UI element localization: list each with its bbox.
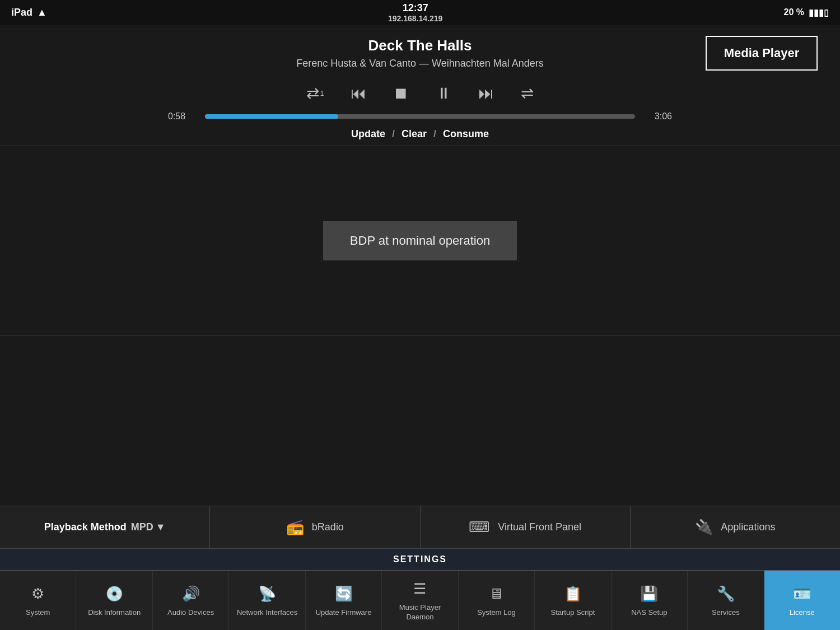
nav-item-system[interactable]: ⚙ System <box>0 571 76 630</box>
device-label: iPad <box>11 7 32 18</box>
nav-item-nas-setup[interactable]: 💾 NAS Setup <box>612 571 688 630</box>
stop-icon: ⏹ <box>393 84 409 102</box>
sep2: / <box>433 128 436 140</box>
nav-item-network-interfaces[interactable]: 📡 Network Interfaces <box>229 571 305 630</box>
main-content: BDP at nominal operation <box>0 146 840 336</box>
license-icon: 🪪 <box>793 585 811 604</box>
nas-setup-icon: 💾 <box>640 585 658 604</box>
stop-button[interactable]: ⏹ <box>389 82 413 105</box>
update-firmware-icon: 🔄 <box>335 585 353 604</box>
plug-icon: 🔌 <box>695 519 713 536</box>
progress-fill <box>205 114 338 119</box>
battery-label: 20 % <box>784 7 804 17</box>
nav-item-license[interactable]: 🪪 License <box>764 571 840 630</box>
services-icon: 🔧 <box>717 585 735 604</box>
clear-link[interactable]: Clear <box>402 128 427 140</box>
disk-information-icon: 💿 <box>105 585 123 604</box>
nas-setup-label: NAS Setup <box>631 608 667 618</box>
total-time: 3:06 <box>644 111 672 122</box>
status-message: BDP at nominal operation <box>350 234 490 248</box>
status-left: iPad ▲ <box>11 7 47 18</box>
media-player-button[interactable]: Media Player <box>706 36 818 71</box>
settings-label: SETTINGS <box>0 549 840 570</box>
status-center: 12:37 192.168.14.219 <box>388 2 442 23</box>
system-log-icon: 🖥 <box>489 585 503 604</box>
applications-label: Applications <box>721 521 775 533</box>
system-log-label: System Log <box>477 608 516 618</box>
status-right: 20 % ▮▮▮▯ <box>784 7 829 18</box>
bradio-label: bRadio <box>312 521 344 533</box>
nav-item-audio-devices[interactable]: 🔊 Audio Devices <box>153 571 229 630</box>
fast-forward-button[interactable]: ⏭ <box>474 82 498 105</box>
panel-icon: ⌨ <box>469 519 490 536</box>
services-label: Services <box>712 608 740 618</box>
progress-area: 0:58 3:06 <box>168 111 672 122</box>
bradio-item[interactable]: 📻 bRadio <box>210 506 420 548</box>
progress-bar[interactable] <box>205 114 635 119</box>
nav-item-disk-information[interactable]: 💿 Disk Information <box>76 571 152 630</box>
bottom-panel: Playback Method MPD ▼ 📻 bRadio ⌨ Virtual… <box>0 506 840 630</box>
system-label: System <box>26 608 50 618</box>
nav-item-update-firmware[interactable]: 🔄 Update Firmware <box>306 571 382 630</box>
consume-link[interactable]: Consume <box>443 128 489 140</box>
rewind-button[interactable]: ⏮ <box>346 82 371 105</box>
update-firmware-label: Update Firmware <box>316 608 372 618</box>
song-info: Deck The Halls Ferenc Husta & Van Canto … <box>134 37 706 69</box>
radio-icon: 📻 <box>286 519 304 536</box>
audio-devices-icon: 🔊 <box>182 585 200 604</box>
virtual-front-panel-label: Virtual Front Panel <box>498 521 581 533</box>
playback-controls: ⇄1 ⏮ ⏹ ⏸ ⏭ ⇌ <box>302 82 539 105</box>
audio-devices-label: Audio Devices <box>167 608 214 618</box>
pause-button[interactable]: ⏸ <box>431 82 456 105</box>
status-bar: iPad ▲ 12:37 192.168.14.219 20 % ▮▮▮▯ <box>0 0 840 25</box>
playback-method-label: Playback Method <box>44 521 127 533</box>
update-link[interactable]: Update <box>351 128 385 140</box>
playback-method-item[interactable]: Playback Method MPD ▼ <box>0 506 210 548</box>
music-player-daemon-label: Music Player Daemon <box>386 603 453 622</box>
repeat-button[interactable]: ⇄1 <box>302 82 329 105</box>
startup-script-icon: 📋 <box>564 585 582 604</box>
battery-icon: ▮▮▮▯ <box>809 7 829 18</box>
disk-information-label: Disk Information <box>88 608 141 618</box>
quick-nav: Playback Method MPD ▼ 📻 bRadio ⌨ Virtual… <box>0 506 840 549</box>
fast-forward-icon: ⏭ <box>478 84 494 102</box>
media-player-header: Deck The Halls Ferenc Husta & Van Canto … <box>0 25 840 76</box>
status-time: 12:37 <box>388 2 442 14</box>
network-interfaces-label: Network Interfaces <box>237 608 297 618</box>
mpd-value: MPD <box>131 521 153 533</box>
current-time: 0:58 <box>168 111 196 122</box>
nav-item-startup-script[interactable]: 📋 Startup Script <box>535 571 611 630</box>
status-ip: 192.168.14.219 <box>388 14 442 23</box>
repeat-icon: ⇄ <box>306 84 319 102</box>
bottom-nav: ⚙ System 💿 Disk Information 🔊 Audio Devi… <box>0 570 840 630</box>
nav-item-system-log[interactable]: 🖥 System Log <box>459 571 535 630</box>
song-artist: Ferenc Husta & Van Canto — Weihnachten M… <box>134 58 706 69</box>
pause-icon: ⏸ <box>436 84 451 102</box>
song-title: Deck The Halls <box>134 37 706 54</box>
virtual-front-panel-item[interactable]: ⌨ Virtual Front Panel <box>421 506 631 548</box>
startup-script-label: Startup Script <box>551 608 595 618</box>
applications-item[interactable]: 🔌 Applications <box>631 506 840 548</box>
shuffle-icon: ⇌ <box>521 84 534 102</box>
action-links: Update / Clear / Consume <box>351 128 489 140</box>
network-interfaces-icon: 📡 <box>258 585 276 604</box>
mpd-dropdown[interactable]: MPD ▼ <box>131 521 166 533</box>
chevron-down-icon: ▼ <box>156 521 166 533</box>
shuffle-button[interactable]: ⇌ <box>516 82 538 105</box>
status-box: BDP at nominal operation <box>323 221 517 260</box>
repeat-badge: 1 <box>320 90 324 97</box>
system-icon: ⚙ <box>31 585 44 604</box>
license-label: License <box>790 608 815 618</box>
rewind-icon: ⏮ <box>351 84 366 102</box>
nav-item-services[interactable]: 🔧 Services <box>688 571 764 630</box>
sep1: / <box>392 128 395 140</box>
nav-item-music-player-daemon[interactable]: ☰ Music Player Daemon <box>382 571 458 630</box>
music-player-daemon-icon: ☰ <box>413 580 426 599</box>
controls-area: ⇄1 ⏮ ⏹ ⏸ ⏭ ⇌ 0:58 3:06 Update / Clear / … <box>0 76 840 146</box>
wifi-icon: ▲ <box>37 7 47 18</box>
